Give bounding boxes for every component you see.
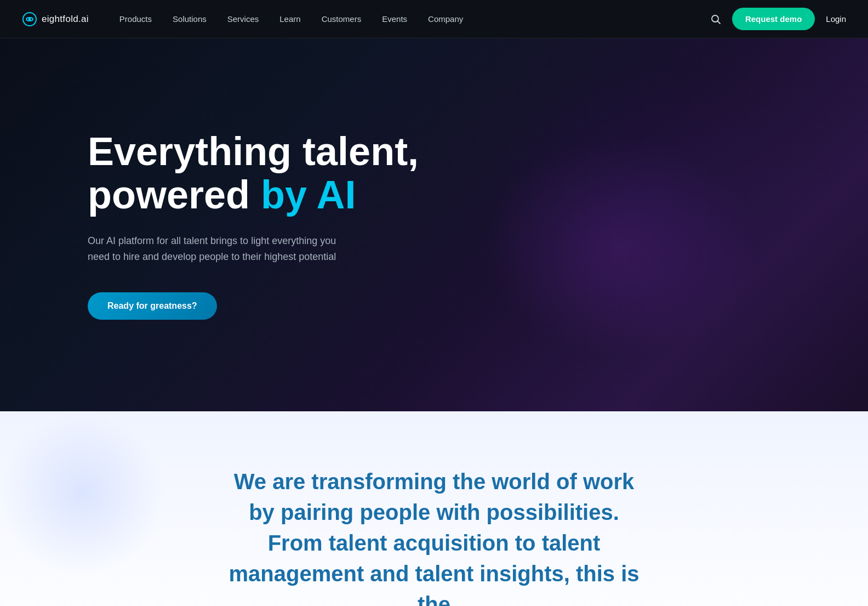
- nav-company[interactable]: Company: [419, 10, 472, 28]
- hero-title-line1: Everything talent,: [88, 129, 419, 173]
- logo-link[interactable]: eightfold.ai: [22, 12, 89, 27]
- hero-section: Everything talent, powered by AI Our AI …: [0, 38, 868, 411]
- nav-solutions[interactable]: Solutions: [164, 10, 215, 28]
- hero-title-ai: by AI: [261, 173, 356, 217]
- transform-section: We are transforming the world of work by…: [0, 411, 868, 606]
- nav-customers[interactable]: Customers: [313, 10, 370, 28]
- transform-text: We are transforming the world of work by…: [220, 466, 648, 606]
- svg-point-1: [28, 18, 31, 20]
- nav-learn[interactable]: Learn: [271, 10, 309, 28]
- request-demo-button[interactable]: Request demo: [732, 8, 815, 30]
- nav-products[interactable]: Products: [111, 10, 161, 28]
- svg-line-3: [717, 21, 720, 24]
- nav-events[interactable]: Events: [373, 10, 416, 28]
- logo-text: eightfold.ai: [42, 14, 89, 25]
- nav-links: Products Solutions Services Learn Custom…: [111, 10, 710, 28]
- nav-services[interactable]: Services: [219, 10, 268, 28]
- hero-subtitle: Our AI platform for all talent brings to…: [88, 233, 351, 265]
- hero-title-line2-normal: powered: [88, 173, 261, 217]
- hero-cta-button[interactable]: Ready for greatness?: [88, 292, 217, 320]
- hero-content: Everything talent, powered by AI Our AI …: [88, 130, 419, 320]
- logo-icon: [22, 12, 37, 27]
- hero-title: Everything talent, powered by AI: [88, 130, 419, 217]
- search-icon[interactable]: [710, 14, 721, 25]
- login-button[interactable]: Login: [826, 14, 846, 24]
- nav-actions: Request demo Login: [710, 8, 846, 30]
- main-nav: eightfold.ai Products Solutions Services…: [0, 0, 868, 38]
